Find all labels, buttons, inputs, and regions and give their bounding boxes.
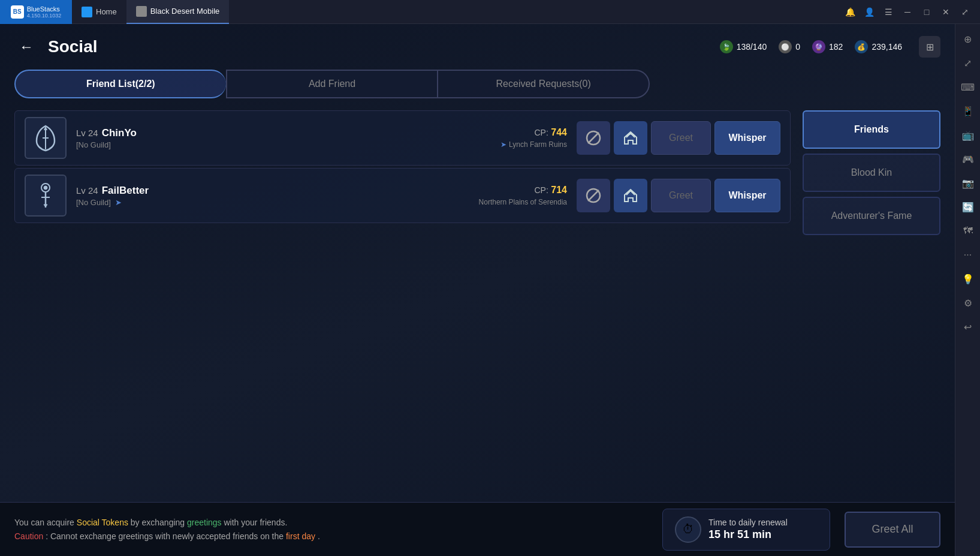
tab-add-friend[interactable]: Add Friend — [226, 70, 439, 98]
back-button[interactable]: ← — [14, 36, 38, 58]
content-area: Lv 24 ChinYo [No Guild] CP: 744 ➤ Lynch … — [14, 110, 940, 235]
stat-gold: 💰 239,146 — [855, 40, 902, 53]
game-tab-icon — [136, 6, 147, 17]
sidebar-add-icon[interactable]: ⊕ — [958, 29, 978, 49]
home-icon-1 — [622, 130, 639, 146]
home-button-1[interactable] — [614, 121, 647, 155]
main-content: ← Social 🍃 138/140 ⚪ 0 🔮 182 💰 239,146 ⊞ — [0, 24, 955, 556]
renewal-title: Time to daily renewal — [708, 518, 788, 527]
sidebar-camera-icon[interactable]: 📷 — [958, 173, 978, 193]
sidebar-map-icon[interactable]: 🗺 — [958, 221, 978, 241]
right-panel: Friends Blood Kin Adventurer's Fame — [803, 110, 940, 235]
location-icon-1: ➤ — [500, 140, 506, 149]
friend-location-1: ➤ Lynch Farm Ruins — [500, 140, 567, 149]
greet-button-1: Greet — [651, 121, 711, 155]
renewal-box: ⏱ Time to daily renewal 15 hr 51 min — [662, 509, 830, 551]
social-tokens-label: Social Tokens — [77, 518, 128, 527]
pearl-icon: ⚪ — [779, 40, 792, 53]
svg-line-4 — [588, 133, 599, 143]
block-button-2[interactable] — [577, 179, 610, 212]
rpanel-blood-kin-button[interactable]: Blood Kin — [803, 154, 940, 192]
header: ← Social 🍃 138/140 ⚪ 0 🔮 182 💰 239,146 ⊞ — [14, 36, 940, 58]
sidebar-gamepad-icon[interactable]: 🎮 — [958, 149, 978, 169]
location-text-2: Northern Plains of Serendia — [479, 198, 567, 206]
sidebar-keyboard-icon[interactable]: ⌨ — [958, 77, 978, 97]
first-day-label: first day — [286, 531, 315, 541]
gem-icon: 🔮 — [812, 40, 825, 53]
right-sidebar: ⊕ ⤢ ⌨ 📱 📺 🎮 📷 🔄 🗺 ··· 💡 ⚙ ↩ — [955, 24, 980, 556]
sidebar-more-icon[interactable]: ··· — [958, 245, 978, 265]
exit-button[interactable]: ⊞ — [919, 36, 940, 58]
cp-label-2: CP: — [535, 185, 548, 195]
rpanel-friends-button[interactable]: Friends — [803, 110, 940, 149]
greetings-label: greetings — [187, 518, 222, 527]
friend-actions-2: Greet Whisper — [577, 179, 780, 212]
close-button[interactable]: ✕ — [937, 3, 955, 21]
friend-name-row-1: Lv 24 ChinYo — [76, 127, 491, 139]
tab-received-requests[interactable]: Received Requests(0) — [438, 70, 650, 98]
renewal-info: Time to daily renewal 15 hr 51 min — [708, 518, 788, 541]
gold-value: 239,146 — [872, 42, 902, 52]
home-icon-2 — [622, 187, 639, 204]
friend-level-2: Lv 24 — [76, 185, 98, 196]
titlebar: BS BlueStacks 4.150.10.1032 Home Black D… — [0, 0, 980, 24]
friend-guild-1: [No Guild] — [76, 140, 491, 149]
notifications-icon[interactable]: 🔔 — [841, 3, 859, 21]
stat-gem: 🔮 182 — [812, 40, 843, 53]
svg-marker-9 — [44, 205, 47, 207]
rpanel-adventurers-fame-button[interactable]: Adventurer's Fame — [803, 197, 940, 235]
sidebar-back-icon[interactable]: ↩ — [958, 317, 978, 337]
block-icon-2 — [585, 187, 602, 204]
whisper-button-1[interactable]: Whisper — [714, 121, 780, 155]
friend-actions-1: Greet Whisper — [577, 121, 780, 155]
energy-value: 138/140 — [737, 42, 767, 52]
sidebar-tv-icon[interactable]: 📺 — [958, 125, 978, 145]
home-button-2[interactable] — [614, 179, 647, 212]
svg-point-6 — [44, 186, 47, 190]
friend-level-1: Lv 24 — [76, 128, 98, 138]
info-suffix: with your friends. — [224, 518, 288, 527]
sidebar-light-icon[interactable]: 💡 — [958, 269, 978, 289]
tab-home[interactable]: Home — [72, 0, 126, 24]
friend-row-1: Lv 24 ChinYo [No Guild] CP: 744 ➤ Lynch … — [14, 110, 791, 166]
minimize-button[interactable]: ─ — [898, 3, 916, 21]
renewal-clock-icon: ⏱ — [675, 516, 701, 543]
whisper-button-2[interactable]: Whisper — [714, 179, 780, 212]
friend-name-row-2: Lv 24 FailBetter — [76, 185, 469, 197]
home-tab-label: Home — [96, 7, 117, 16]
friend-list: Lv 24 ChinYo [No Guild] CP: 744 ➤ Lynch … — [14, 110, 791, 235]
location-arrow-icon-2: ➤ — [115, 198, 122, 207]
bottom-info-text: You can acquire Social Tokens by exchang… — [14, 516, 648, 543]
friend-location-2: Northern Plains of Serendia — [479, 198, 567, 206]
stat-pearl: ⚪ 0 — [779, 40, 800, 53]
archer-icon — [31, 123, 61, 153]
menu-icon[interactable]: ☰ — [879, 3, 897, 21]
cp-value-1: 744 — [551, 127, 567, 137]
friend-cp-area-2: CP: 714 Northern Plains of Serendia — [479, 185, 567, 206]
header-stats: 🍃 138/140 ⚪ 0 🔮 182 💰 239,146 ⊞ — [720, 36, 940, 58]
block-icon-1 — [585, 130, 602, 146]
sidebar-expand-icon[interactable]: ⤢ — [958, 53, 978, 73]
tab-game[interactable]: Black Desert Mobile — [126, 0, 230, 24]
logo-icon: BS — [11, 5, 24, 19]
sidebar-phone-icon[interactable]: 📱 — [958, 101, 978, 121]
friend-guild-2: [No Guild] ➤ — [76, 198, 469, 207]
svg-line-11 — [588, 190, 599, 201]
pearl-value: 0 — [795, 42, 800, 52]
friend-cp-area-1: CP: 744 ➤ Lynch Farm Ruins — [500, 127, 567, 149]
friend-name-1: ChinYo — [102, 127, 137, 139]
game-tab-label: Black Desert Mobile — [150, 7, 220, 16]
bluestacks-logo: BS BlueStacks 4.150.10.1032 — [0, 0, 72, 24]
sidebar-refresh-icon[interactable]: 🔄 — [958, 197, 978, 217]
block-button-1[interactable] — [577, 121, 610, 155]
tab-friend-list[interactable]: Friend List(2/2) — [14, 70, 226, 98]
account-icon[interactable]: 👤 — [860, 3, 878, 21]
sidebar-settings-icon[interactable]: ⚙ — [958, 293, 978, 313]
cp-value-2: 714 — [551, 185, 567, 195]
renewal-time: 15 hr 51 min — [708, 528, 788, 541]
caution-mid: : Cannot exchange greetings with newly a… — [46, 531, 286, 541]
location-text-1: Lynch Farm Ruins — [509, 140, 567, 149]
friend-avatar-2 — [25, 175, 67, 217]
fullscreen-icon[interactable]: ⤢ — [956, 3, 974, 21]
maximize-button[interactable]: □ — [918, 3, 936, 21]
